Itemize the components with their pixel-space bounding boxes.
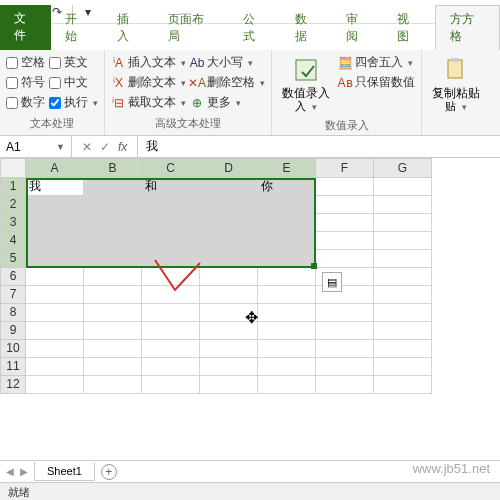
cell[interactable]: [26, 268, 84, 286]
cell[interactable]: [142, 286, 200, 304]
tab-home[interactable]: 开始: [51, 6, 102, 50]
cell[interactable]: [374, 358, 432, 376]
row-header[interactable]: 5: [0, 250, 26, 268]
cell[interactable]: 我: [26, 178, 84, 196]
chk-number[interactable]: 数字: [6, 94, 45, 111]
cell[interactable]: [84, 196, 142, 214]
tab-file[interactable]: 文件: [0, 5, 51, 50]
cell[interactable]: [26, 214, 84, 232]
row-header[interactable]: 8: [0, 304, 26, 322]
row-header[interactable]: 10: [0, 340, 26, 358]
cell[interactable]: [200, 340, 258, 358]
cell[interactable]: [26, 358, 84, 376]
tab-review[interactable]: 审阅: [332, 6, 383, 50]
cell[interactable]: 你: [258, 178, 316, 196]
row-header[interactable]: 9: [0, 322, 26, 340]
cell[interactable]: [84, 376, 142, 394]
btn-case[interactable]: Ab大小写▾: [190, 54, 265, 71]
row-header[interactable]: 6: [0, 268, 26, 286]
accept-icon[interactable]: ✓: [100, 140, 110, 154]
cell[interactable]: [26, 376, 84, 394]
btn-value-input[interactable]: 数值录入入 ▾: [278, 54, 334, 116]
cell[interactable]: [84, 286, 142, 304]
cell[interactable]: [200, 268, 258, 286]
cell[interactable]: [374, 178, 432, 196]
chk-space[interactable]: 空格: [6, 54, 45, 71]
cell[interactable]: [374, 196, 432, 214]
cell[interactable]: [374, 322, 432, 340]
quick-analysis-icon[interactable]: ▤: [322, 272, 342, 292]
cell[interactable]: [316, 322, 374, 340]
row-header[interactable]: 4: [0, 232, 26, 250]
cell[interactable]: [200, 376, 258, 394]
col-header[interactable]: B: [84, 158, 142, 178]
col-header[interactable]: G: [374, 158, 432, 178]
name-box[interactable]: A1▼: [0, 136, 72, 157]
cell[interactable]: [142, 214, 200, 232]
cell[interactable]: [200, 250, 258, 268]
cell[interactable]: [374, 268, 432, 286]
col-header[interactable]: A: [26, 158, 84, 178]
fx-icon[interactable]: fx: [118, 140, 127, 154]
tab-view[interactable]: 视图: [383, 6, 434, 50]
cell[interactable]: [200, 214, 258, 232]
btn-round[interactable]: 🧮四舍五入▾: [338, 54, 415, 71]
chevron-down-icon[interactable]: ▼: [56, 142, 65, 152]
tab-insert[interactable]: 插入: [103, 6, 154, 50]
cell[interactable]: [84, 322, 142, 340]
tab-data[interactable]: 数据: [281, 6, 332, 50]
cell[interactable]: [142, 322, 200, 340]
cell[interactable]: [84, 358, 142, 376]
cell[interactable]: [316, 358, 374, 376]
cell[interactable]: [374, 340, 432, 358]
cell[interactable]: [142, 232, 200, 250]
cell[interactable]: [142, 376, 200, 394]
btn-insert-text[interactable]: ⁱA插入文本▾: [111, 54, 186, 71]
cell[interactable]: [142, 358, 200, 376]
cell[interactable]: [258, 286, 316, 304]
cell[interactable]: [258, 340, 316, 358]
cell[interactable]: [258, 376, 316, 394]
cell[interactable]: [374, 250, 432, 268]
btn-delete-text[interactable]: ⁱX删除文本▾: [111, 74, 186, 91]
cell[interactable]: [84, 178, 142, 196]
cell[interactable]: [84, 340, 142, 358]
cell[interactable]: [26, 232, 84, 250]
add-sheet-icon[interactable]: +: [101, 464, 117, 480]
row-header[interactable]: 2: [0, 196, 26, 214]
cell[interactable]: [26, 196, 84, 214]
row-header[interactable]: 3: [0, 214, 26, 232]
cell[interactable]: [316, 178, 374, 196]
cell[interactable]: [200, 196, 258, 214]
cell[interactable]: [316, 376, 374, 394]
cell[interactable]: [84, 232, 142, 250]
tab-layout[interactable]: 页面布局: [154, 6, 229, 50]
chk-en[interactable]: 英文: [49, 54, 98, 71]
cell[interactable]: [200, 358, 258, 376]
chk-cn[interactable]: 中文: [49, 74, 98, 91]
cell[interactable]: [374, 286, 432, 304]
cell[interactable]: [258, 232, 316, 250]
cell[interactable]: [316, 232, 374, 250]
cell[interactable]: [316, 196, 374, 214]
nav-next-icon[interactable]: ▶: [20, 466, 28, 477]
cell[interactable]: [316, 340, 374, 358]
row-header[interactable]: 1: [0, 178, 26, 196]
btn-cut-text[interactable]: ⁱ⊟截取文本▾: [111, 94, 186, 111]
cell[interactable]: [374, 232, 432, 250]
cell[interactable]: [258, 196, 316, 214]
cell[interactable]: [142, 340, 200, 358]
btn-more[interactable]: ⊕更多▾: [190, 94, 265, 111]
col-header[interactable]: D: [200, 158, 258, 178]
col-header[interactable]: E: [258, 158, 316, 178]
cell[interactable]: [200, 286, 258, 304]
cell[interactable]: [374, 214, 432, 232]
cell[interactable]: [316, 304, 374, 322]
cell[interactable]: [84, 268, 142, 286]
row-header[interactable]: 11: [0, 358, 26, 376]
tab-formula[interactable]: 公式: [229, 6, 280, 50]
btn-copy-paste[interactable]: 复制粘贴贴 ▾: [428, 54, 484, 116]
cell[interactable]: [26, 340, 84, 358]
cell[interactable]: [316, 250, 374, 268]
cell[interactable]: [84, 250, 142, 268]
